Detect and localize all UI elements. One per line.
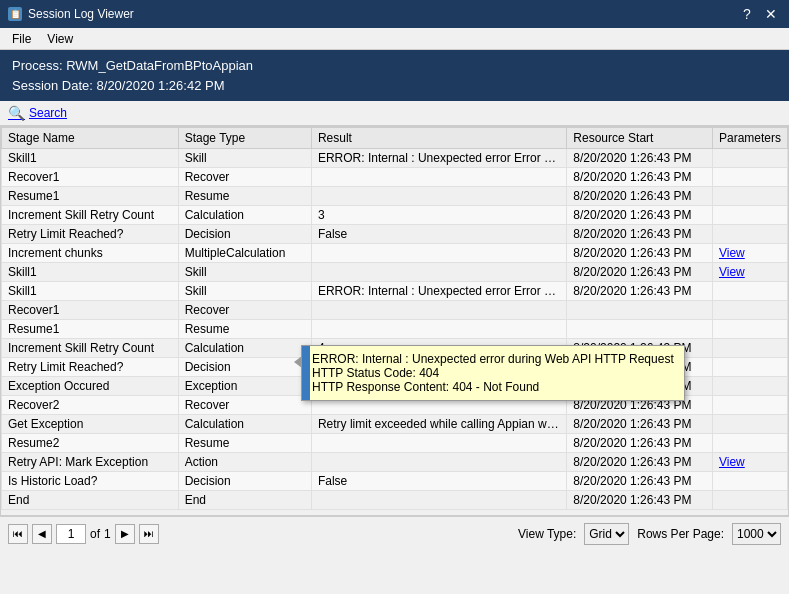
cell-parameters[interactable]: View <box>712 453 787 472</box>
col-stage-type[interactable]: Stage Type <box>178 128 311 149</box>
title-bar-controls: ? ✕ <box>737 6 781 22</box>
cell-result: ERROR: Internal : Unexpected error Error… <box>311 149 566 168</box>
pagination: ⏮ ◀ of 1 ▶ ⏭ <box>8 524 159 544</box>
menu-view[interactable]: View <box>39 30 81 47</box>
col-resource-start[interactable]: Resource Start <box>567 128 713 149</box>
cell-resource-start <box>567 301 713 320</box>
title-bar-text: Session Log Viewer <box>28 7 134 21</box>
cell-result: Retry limit exceeded while calling Appia… <box>311 415 566 434</box>
cell-parameters <box>712 491 787 510</box>
cell-parameters <box>712 339 787 358</box>
cell-stage-type: Calculation <box>178 415 311 434</box>
cell-result <box>311 434 566 453</box>
nav-first-button[interactable]: ⏮ <box>8 524 28 544</box>
cell-stage-name: Retry API: Mark Exception <box>2 453 179 472</box>
cell-parameters <box>712 282 787 301</box>
table-row: Increment chunksMultipleCalculation8/20/… <box>2 244 788 263</box>
rows-per-page-select[interactable]: 1000 <box>732 523 781 545</box>
cell-resource-start: 8/20/2020 1:26:43 PM <box>567 206 713 225</box>
cell-result <box>311 187 566 206</box>
table-row: Retry API: Mark ExceptionAction8/20/2020… <box>2 453 788 472</box>
cell-resource-start: 8/20/2020 1:26:43 PM <box>567 263 713 282</box>
table-container[interactable]: Stage Name Stage Type Result Resource St… <box>0 126 789 516</box>
cell-stage-name: Recover2 <box>2 396 179 415</box>
cell-resource-start: 8/20/2020 1:26:43 PM <box>567 453 713 472</box>
cell-stage-type: Skill <box>178 263 311 282</box>
view-link[interactable]: View <box>719 265 745 279</box>
cell-stage-type: Decision <box>178 472 311 491</box>
search-link[interactable]: 🔍 Search <box>8 105 67 121</box>
cell-resource-start: 8/20/2020 1:26:43 PM <box>567 434 713 453</box>
cell-parameters <box>712 187 787 206</box>
table-row: Get ExceptionCalculationRetry limit exce… <box>2 415 788 434</box>
table-row: Resume2Resume8/20/2020 1:26:43 PM <box>2 434 788 453</box>
cell-resource-start: 8/20/2020 1:26:43 PM <box>567 415 713 434</box>
cell-resource-start: 8/20/2020 1:26:43 PM <box>567 225 713 244</box>
cell-resource-start: 8/20/2020 1:26:43 PM <box>567 168 713 187</box>
process-label: Process: RWM_GetDataFromBPtoAppian <box>12 56 777 76</box>
menu-file[interactable]: File <box>4 30 39 47</box>
cell-stage-name: Resume2 <box>2 434 179 453</box>
cell-stage-type: Recover <box>178 301 311 320</box>
cell-parameters <box>712 301 787 320</box>
cell-parameters <box>712 168 787 187</box>
table-row: Increment Skill Retry CountCalculation38… <box>2 206 788 225</box>
cell-stage-name: Recover1 <box>2 301 179 320</box>
cell-stage-name: Is Historic Load? <box>2 472 179 491</box>
cell-result: False <box>311 225 566 244</box>
cell-result <box>311 168 566 187</box>
cell-result <box>311 244 566 263</box>
cell-parameters <box>712 225 787 244</box>
view-link[interactable]: View <box>719 246 745 260</box>
page-number-input[interactable] <box>56 524 86 544</box>
table-header-row: Stage Name Stage Type Result Resource St… <box>2 128 788 149</box>
cell-stage-type: End <box>178 491 311 510</box>
header-info: Process: RWM_GetDataFromBPtoAppian Sessi… <box>0 50 789 101</box>
view-options: View Type: Grid Rows Per Page: 1000 <box>518 523 781 545</box>
cell-result: ERROR: Internal : Unexpected error Error… <box>311 282 566 301</box>
cell-stage-name: Exception Occured <box>2 377 179 396</box>
title-bar: 📋 Session Log Viewer ? ✕ <box>0 0 789 28</box>
close-button[interactable]: ✕ <box>761 6 781 22</box>
total-pages: 1 <box>104 527 111 541</box>
tooltip-line2: HTTP Status Code: 404 <box>312 366 674 380</box>
rows-per-page-label: Rows Per Page: <box>637 527 724 541</box>
view-link[interactable]: View <box>719 455 745 469</box>
help-button[interactable]: ? <box>737 6 757 22</box>
tooltip-line1: ERROR: Internal : Unexpected error durin… <box>312 352 674 366</box>
col-result[interactable]: Result <box>311 128 566 149</box>
nav-prev-button[interactable]: ◀ <box>32 524 52 544</box>
cell-resource-start: 8/20/2020 1:26:43 PM <box>567 282 713 301</box>
cell-parameters <box>712 472 787 491</box>
cell-result <box>311 263 566 282</box>
table-row: Retry Limit Reached?DecisionFalse8/20/20… <box>2 225 788 244</box>
table-row: Skill1Skill8/20/2020 1:26:43 PMView <box>2 263 788 282</box>
cell-stage-name: Get Exception <box>2 415 179 434</box>
table-row: Is Historic Load?DecisionFalse8/20/2020 … <box>2 472 788 491</box>
nav-last-button[interactable]: ⏭ <box>139 524 159 544</box>
cell-stage-type: Exception <box>178 377 311 396</box>
footer: ⏮ ◀ of 1 ▶ ⏭ View Type: Grid Rows Per Pa… <box>0 516 789 550</box>
view-type-select[interactable]: Grid <box>584 523 629 545</box>
cell-parameters <box>712 358 787 377</box>
col-parameters[interactable]: Parameters <box>712 128 787 149</box>
cell-parameters <box>712 377 787 396</box>
nav-next-button[interactable]: ▶ <box>115 524 135 544</box>
table-row: EndEnd8/20/2020 1:26:43 PM <box>2 491 788 510</box>
cell-resource-start: 8/20/2020 1:26:43 PM <box>567 491 713 510</box>
session-label: Session Date: 8/20/2020 1:26:42 PM <box>12 76 777 96</box>
cell-parameters[interactable]: View <box>712 263 787 282</box>
cell-parameters <box>712 149 787 168</box>
table-row: Skill1SkillERROR: Internal : Unexpected … <box>2 282 788 301</box>
cell-stage-name: End <box>2 491 179 510</box>
cell-stage-type: Resume <box>178 187 311 206</box>
cell-parameters[interactable]: View <box>712 244 787 263</box>
cell-resource-start: 8/20/2020 1:26:43 PM <box>567 187 713 206</box>
tooltip-indicator <box>302 346 310 400</box>
table-row: Resume1Resume <box>2 320 788 339</box>
search-icon: 🔍 <box>8 105 25 121</box>
col-stage-name[interactable]: Stage Name <box>2 128 179 149</box>
cell-stage-name: Skill1 <box>2 149 179 168</box>
cell-stage-type: Decision <box>178 358 311 377</box>
cell-stage-type: Recover <box>178 168 311 187</box>
